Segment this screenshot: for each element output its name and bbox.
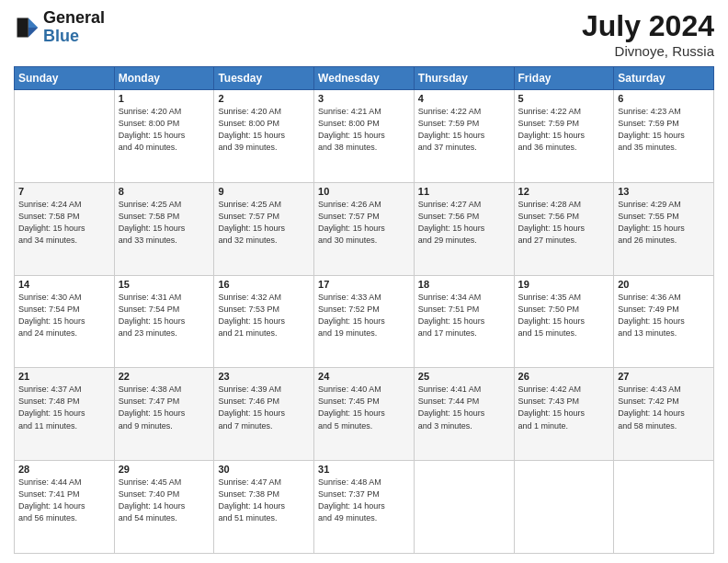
day-info: Sunrise: 4:29 AMSunset: 7:55 PMDaylight:… xyxy=(618,199,710,247)
day-info: Sunrise: 4:39 AMSunset: 7:46 PMDaylight:… xyxy=(218,384,310,431)
table-row: 3Sunrise: 4:21 AMSunset: 8:00 PMDaylight… xyxy=(314,90,415,183)
day-info: Sunrise: 4:43 AMSunset: 7:42 PMDaylight:… xyxy=(618,384,710,431)
day-number: 9 xyxy=(218,186,310,197)
day-number: 2 xyxy=(218,93,310,104)
day-number: 30 xyxy=(218,464,310,475)
table-row xyxy=(414,461,514,554)
day-number: 18 xyxy=(418,279,510,290)
day-info: Sunrise: 4:24 AMSunset: 7:58 PMDaylight:… xyxy=(18,199,110,247)
page: General Blue July 2024 Divnoye, Russia S… xyxy=(0,0,728,563)
table-row: 2Sunrise: 4:20 AMSunset: 8:00 PMDaylight… xyxy=(214,90,314,183)
day-info: Sunrise: 4:20 AMSunset: 8:00 PMDaylight:… xyxy=(119,106,210,154)
table-row: 21Sunrise: 4:37 AMSunset: 7:48 PMDayligh… xyxy=(15,368,115,461)
day-info: Sunrise: 4:36 AMSunset: 7:49 PMDaylight:… xyxy=(618,292,710,339)
table-row: 22Sunrise: 4:38 AMSunset: 7:47 PMDayligh… xyxy=(114,368,214,461)
day-number: 10 xyxy=(318,186,410,197)
month-year: July 2024 xyxy=(582,9,714,43)
table-row: 23Sunrise: 4:39 AMSunset: 7:46 PMDayligh… xyxy=(214,368,314,461)
logo-text: General Blue xyxy=(43,9,105,46)
table-row: 5Sunrise: 4:22 AMSunset: 7:59 PMDaylight… xyxy=(514,90,614,183)
calendar-header-tuesday: Tuesday xyxy=(214,67,314,90)
title-block: July 2024 Divnoye, Russia xyxy=(582,9,714,59)
day-info: Sunrise: 4:38 AMSunset: 7:47 PMDaylight:… xyxy=(119,384,210,431)
day-info: Sunrise: 4:25 AMSunset: 7:58 PMDaylight:… xyxy=(119,199,210,247)
table-row: 26Sunrise: 4:42 AMSunset: 7:43 PMDayligh… xyxy=(514,368,614,461)
table-row: 30Sunrise: 4:47 AMSunset: 7:38 PMDayligh… xyxy=(214,461,314,554)
calendar-week-row: 1Sunrise: 4:20 AMSunset: 8:00 PMDaylight… xyxy=(15,90,714,183)
svg-rect-2 xyxy=(17,17,28,37)
day-number: 21 xyxy=(18,371,110,382)
table-row: 10Sunrise: 4:26 AMSunset: 7:57 PMDayligh… xyxy=(314,182,415,275)
calendar-header-row: SundayMondayTuesdayWednesdayThursdayFrid… xyxy=(15,67,714,90)
calendar-table: SundayMondayTuesdayWednesdayThursdayFrid… xyxy=(14,66,714,554)
svg-marker-0 xyxy=(28,17,39,28)
day-info: Sunrise: 4:32 AMSunset: 7:53 PMDaylight:… xyxy=(218,292,310,339)
calendar-week-row: 21Sunrise: 4:37 AMSunset: 7:48 PMDayligh… xyxy=(15,368,714,461)
day-number: 28 xyxy=(18,464,110,475)
day-number: 23 xyxy=(218,371,310,382)
day-number: 25 xyxy=(418,371,510,382)
table-row: 4Sunrise: 4:22 AMSunset: 7:59 PMDaylight… xyxy=(414,90,514,183)
table-row: 24Sunrise: 4:40 AMSunset: 7:45 PMDayligh… xyxy=(314,368,415,461)
calendar-week-row: 14Sunrise: 4:30 AMSunset: 7:54 PMDayligh… xyxy=(15,275,714,368)
table-row: 16Sunrise: 4:32 AMSunset: 7:53 PMDayligh… xyxy=(214,275,314,368)
day-info: Sunrise: 4:26 AMSunset: 7:57 PMDaylight:… xyxy=(318,199,410,247)
table-row: 27Sunrise: 4:43 AMSunset: 7:42 PMDayligh… xyxy=(614,368,714,461)
day-info: Sunrise: 4:44 AMSunset: 7:41 PMDaylight:… xyxy=(18,477,110,524)
day-info: Sunrise: 4:27 AMSunset: 7:56 PMDaylight:… xyxy=(418,199,510,247)
day-info: Sunrise: 4:30 AMSunset: 7:54 PMDaylight:… xyxy=(18,292,110,339)
day-number: 26 xyxy=(518,371,610,382)
calendar-week-row: 28Sunrise: 4:44 AMSunset: 7:41 PMDayligh… xyxy=(15,461,714,554)
table-row: 17Sunrise: 4:33 AMSunset: 7:52 PMDayligh… xyxy=(314,275,415,368)
table-row: 15Sunrise: 4:31 AMSunset: 7:54 PMDayligh… xyxy=(114,275,214,368)
day-number: 8 xyxy=(119,186,210,197)
header: General Blue July 2024 Divnoye, Russia xyxy=(14,9,714,59)
table-row xyxy=(614,461,714,554)
svg-marker-1 xyxy=(28,28,39,38)
calendar-header-friday: Friday xyxy=(514,67,614,90)
day-info: Sunrise: 4:31 AMSunset: 7:54 PMDaylight:… xyxy=(119,292,210,339)
day-number: 13 xyxy=(618,186,710,197)
logo: General Blue xyxy=(14,9,105,46)
day-number: 6 xyxy=(618,93,710,104)
day-number: 15 xyxy=(119,279,210,290)
table-row: 8Sunrise: 4:25 AMSunset: 7:58 PMDaylight… xyxy=(114,182,214,275)
table-row xyxy=(514,461,614,554)
day-number: 14 xyxy=(18,279,110,290)
day-number: 20 xyxy=(618,279,710,290)
logo-line1: General xyxy=(43,9,105,28)
table-row: 29Sunrise: 4:45 AMSunset: 7:40 PMDayligh… xyxy=(114,461,214,554)
table-row: 6Sunrise: 4:23 AMSunset: 7:59 PMDaylight… xyxy=(614,90,714,183)
table-row: 31Sunrise: 4:48 AMSunset: 7:37 PMDayligh… xyxy=(314,461,415,554)
logo-line2: Blue xyxy=(43,27,79,45)
day-info: Sunrise: 4:20 AMSunset: 8:00 PMDaylight:… xyxy=(218,106,310,154)
day-number: 4 xyxy=(418,93,510,104)
day-info: Sunrise: 4:41 AMSunset: 7:44 PMDaylight:… xyxy=(418,384,510,431)
calendar-header-thursday: Thursday xyxy=(414,67,514,90)
day-info: Sunrise: 4:25 AMSunset: 7:57 PMDaylight:… xyxy=(218,199,310,247)
calendar-header-wednesday: Wednesday xyxy=(314,67,415,90)
day-info: Sunrise: 4:45 AMSunset: 7:40 PMDaylight:… xyxy=(119,477,210,524)
calendar-header-monday: Monday xyxy=(114,67,214,90)
day-info: Sunrise: 4:42 AMSunset: 7:43 PMDaylight:… xyxy=(518,384,610,431)
table-row: 1Sunrise: 4:20 AMSunset: 8:00 PMDaylight… xyxy=(114,90,214,183)
day-info: Sunrise: 4:40 AMSunset: 7:45 PMDaylight:… xyxy=(318,384,410,431)
day-number: 24 xyxy=(318,371,410,382)
calendar-week-row: 7Sunrise: 4:24 AMSunset: 7:58 PMDaylight… xyxy=(15,182,714,275)
table-row: 14Sunrise: 4:30 AMSunset: 7:54 PMDayligh… xyxy=(15,275,115,368)
calendar-header-saturday: Saturday xyxy=(614,67,714,90)
table-row xyxy=(15,90,115,183)
table-row: 19Sunrise: 4:35 AMSunset: 7:50 PMDayligh… xyxy=(514,275,614,368)
day-number: 19 xyxy=(518,279,610,290)
table-row: 9Sunrise: 4:25 AMSunset: 7:57 PMDaylight… xyxy=(214,182,314,275)
table-row: 25Sunrise: 4:41 AMSunset: 7:44 PMDayligh… xyxy=(414,368,514,461)
table-row: 12Sunrise: 4:28 AMSunset: 7:56 PMDayligh… xyxy=(514,182,614,275)
day-info: Sunrise: 4:48 AMSunset: 7:37 PMDaylight:… xyxy=(318,477,410,524)
table-row: 7Sunrise: 4:24 AMSunset: 7:58 PMDaylight… xyxy=(15,182,115,275)
day-number: 22 xyxy=(119,371,210,382)
location: Divnoye, Russia xyxy=(582,43,714,59)
day-number: 3 xyxy=(318,93,410,104)
day-info: Sunrise: 4:23 AMSunset: 7:59 PMDaylight:… xyxy=(618,106,710,154)
day-info: Sunrise: 4:47 AMSunset: 7:38 PMDaylight:… xyxy=(218,477,310,524)
day-info: Sunrise: 4:21 AMSunset: 8:00 PMDaylight:… xyxy=(318,106,410,154)
